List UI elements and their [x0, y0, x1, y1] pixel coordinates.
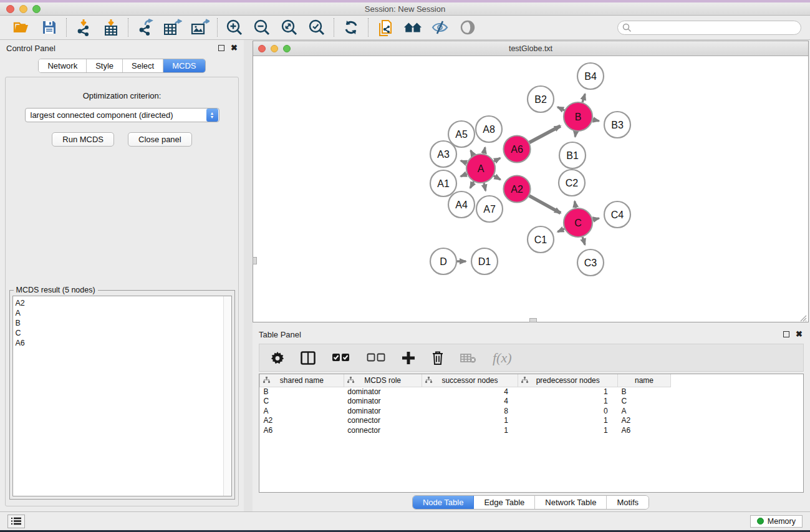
graph-edge-A-A7[interactable] [484, 183, 486, 190]
graph-edge-C-C4[interactable] [593, 218, 599, 220]
tab-node-table[interactable]: Node Table [413, 496, 475, 509]
graph-node-C[interactable]: C [564, 208, 592, 237]
table-row[interactable]: A2connector11A2 [260, 416, 804, 426]
open-file-icon[interactable] [12, 18, 31, 37]
graph-node-B4[interactable]: B4 [577, 63, 604, 89]
save-session-icon[interactable] [40, 18, 59, 37]
result-scrollbar[interactable] [223, 296, 231, 496]
graph-edge-C-C3[interactable] [582, 237, 585, 244]
graph-edge-A-A3[interactable] [461, 161, 467, 163]
close-panel-button[interactable]: Close panel [128, 132, 192, 147]
graph-edge-A-A8[interactable] [484, 147, 485, 153]
graph-node-C4[interactable]: C4 [604, 201, 630, 228]
result-item[interactable]: B [16, 318, 231, 328]
graph-node-B[interactable]: B [564, 102, 592, 131]
table-cell[interactable]: 4 [422, 387, 518, 397]
column-header[interactable]: MCDS role [344, 374, 422, 387]
table-cell[interactable]: dominator [344, 387, 422, 397]
tab-edge-table[interactable]: Edge Table [474, 496, 535, 509]
zoom-in-icon[interactable] [225, 18, 244, 37]
graph-edge-B-B3[interactable] [593, 120, 599, 121]
table-cell[interactable]: A2 [618, 416, 671, 426]
zoom-fit-icon[interactable] [280, 18, 299, 37]
result-item[interactable]: A2 [16, 298, 231, 308]
export-image-icon[interactable] [191, 18, 210, 37]
zoom-out-icon[interactable] [253, 18, 271, 37]
graph-node-A[interactable]: A [466, 154, 495, 183]
table-row[interactable]: Cdominator41C [260, 397, 804, 407]
clone-network-icon[interactable] [376, 18, 395, 37]
graph-node-C3[interactable]: C3 [577, 249, 604, 276]
graph-edge-A-A2[interactable] [494, 176, 501, 180]
graph-node-A2[interactable]: A2 [504, 176, 531, 203]
trash-icon[interactable] [432, 351, 444, 365]
graph-node-D1[interactable]: D1 [471, 248, 498, 274]
table-cell[interactable]: B [618, 387, 671, 397]
graph-node-A1[interactable]: A1 [430, 170, 456, 196]
table-cell[interactable]: A2 [260, 416, 344, 426]
table-cell[interactable]: dominator [344, 397, 422, 407]
close-panel-icon[interactable]: ✖ [231, 45, 238, 51]
graph-node-B3[interactable]: B3 [604, 112, 630, 138]
column-header[interactable]: successor nodes [422, 374, 518, 387]
select-all-icon[interactable] [332, 353, 350, 363]
resize-grip-icon[interactable] [799, 313, 807, 321]
table-cell[interactable]: dominator [344, 406, 422, 416]
refresh-icon[interactable] [342, 18, 360, 37]
criterion-select[interactable]: largest connected component (directed) ▲… [25, 108, 219, 122]
graph-edge-A-A4[interactable] [470, 181, 474, 188]
graph-node-C1[interactable]: C1 [528, 226, 554, 253]
graph-node-A7[interactable]: A7 [476, 196, 503, 222]
graph-node-A4[interactable]: A4 [448, 191, 475, 218]
graph-node-A5[interactable]: A5 [448, 121, 475, 147]
graph-edge-A-A6[interactable] [494, 158, 500, 161]
table-cell[interactable]: 1 [518, 425, 618, 435]
graph-node-B1[interactable]: B1 [559, 142, 586, 168]
graph-node-A8[interactable]: A8 [476, 116, 502, 142]
table-cell[interactable]: 1 [518, 397, 618, 407]
deselect-all-icon[interactable] [367, 353, 385, 363]
graph-edge-A6-B[interactable] [529, 126, 561, 142]
float-panel-icon[interactable] [218, 45, 224, 51]
graph-node-C2[interactable]: C2 [559, 170, 585, 196]
hide-panels-icon[interactable] [431, 18, 450, 37]
graph-edge-C-C1[interactable] [557, 229, 564, 232]
mcds-result-list[interactable]: A2ABCA6 [12, 296, 232, 496]
table-cell[interactable]: 1 [422, 416, 518, 426]
result-item[interactable]: A [16, 308, 231, 318]
table-row[interactable]: Adominator80A [260, 406, 804, 416]
search-input[interactable] [617, 21, 801, 35]
import-table-icon[interactable] [102, 18, 120, 37]
graph-node-A3[interactable]: A3 [430, 141, 456, 167]
table-cell[interactable]: 1 [518, 387, 618, 397]
node-table[interactable]: shared nameMCDS rolesuccessor nodesprede… [259, 374, 804, 493]
table-cell[interactable]: connector [344, 425, 422, 435]
tab-network-table[interactable]: Network Table [535, 496, 607, 509]
run-mcds-button[interactable]: Run MCDS [52, 132, 114, 147]
column-header[interactable]: predecessor nodes [518, 374, 618, 387]
table-cell[interactable]: 0 [518, 406, 618, 416]
graph-edge-B-B2[interactable] [557, 107, 564, 110]
zoom-selected-icon[interactable] [307, 18, 326, 37]
export-table-icon[interactable] [163, 18, 182, 37]
graph-edge-B-B1[interactable] [575, 132, 576, 137]
graph-edge-A2-C[interactable] [529, 196, 561, 213]
eye-icon[interactable] [458, 18, 477, 37]
tab-network[interactable]: Network [39, 59, 87, 72]
table-row[interactable]: Bdominator41B [260, 387, 804, 397]
table-cell[interactable]: A6 [618, 425, 671, 435]
graph-node-D[interactable]: D [430, 248, 456, 274]
tab-motifs[interactable]: Motifs [607, 496, 648, 509]
tab-mcds[interactable]: MCDS [163, 59, 205, 72]
home-icon[interactable] [403, 18, 422, 37]
graph-edge-C-C2[interactable] [575, 201, 576, 208]
gear-icon[interactable] [271, 351, 284, 365]
task-list-button[interactable] [7, 515, 25, 528]
table-cell[interactable]: B [260, 387, 344, 397]
table-cell[interactable]: 8 [422, 406, 518, 416]
close-table-panel-icon[interactable]: ✖ [796, 331, 803, 337]
table-row[interactable]: A6connector11A6 [260, 425, 804, 435]
table-cell[interactable]: 4 [422, 397, 518, 407]
graph-edge-A-A1[interactable] [461, 174, 467, 177]
export-network-icon[interactable] [136, 18, 155, 37]
